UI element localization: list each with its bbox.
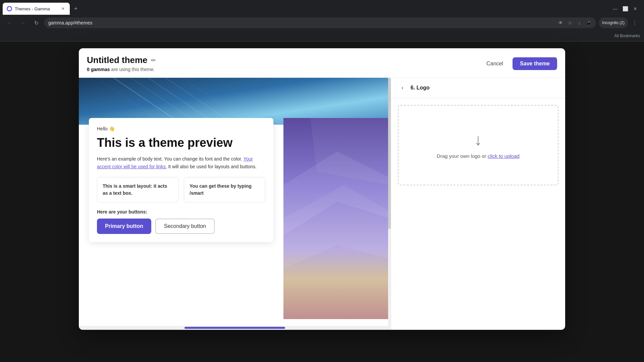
address-icons: 👁 ☆ ↓ 📱 [557, 19, 592, 26]
star-icon[interactable]: ☆ [567, 19, 573, 26]
theme-dialog: Untitled theme ✏ 0 gammas are using this… [79, 48, 565, 330]
back-nav-button[interactable]: ← [4, 17, 15, 28]
preview-panel: Hello 👋 This is a theme preview Here's a… [79, 78, 391, 330]
upload-arrow-icon: ↓ [474, 132, 482, 148]
bookmarks-label: All Bookmarks [614, 34, 640, 38]
logo-upload-area[interactable]: ↓ Drag your own logo or click to upload [398, 105, 558, 185]
browser-chrome: Themes - Gamma ✕ + — ⬜ ✕ ← → ↻ gamma.app… [0, 0, 644, 42]
maximize-button[interactable]: ⬜ [621, 4, 630, 13]
h-scrollbar-thumb [184, 327, 285, 329]
address-bar-row: ← → ↻ gamma.app/#themes 👁 ☆ ↓ 📱 Incognit… [0, 15, 644, 31]
preview-header-image [79, 78, 391, 125]
tab-close-button[interactable]: ✕ [60, 6, 66, 11]
tab-bar: Themes - Gamma ✕ + — ⬜ ✕ [0, 0, 644, 15]
active-tab[interactable]: Themes - Gamma ✕ [3, 3, 70, 15]
tab-favicon [7, 6, 12, 11]
body-text-after: It will also be used for layouts and but… [168, 164, 257, 169]
svg-point-0 [8, 7, 11, 10]
click-to-upload-link[interactable]: click to upload [488, 153, 520, 159]
secondary-button-preview[interactable]: Secondary button [155, 219, 215, 234]
preview-right-image [283, 118, 391, 320]
upload-text-before: Drag your own logo or [437, 153, 488, 159]
address-text: gamma.app/#themes [48, 20, 93, 25]
scrollbar-thumb [388, 78, 391, 229]
tab-title: Themes - Gamma [15, 6, 58, 11]
smart-boxes: This is a smart layout: it acts as a tex… [97, 177, 265, 202]
close-window-button[interactable]: ✕ [631, 4, 640, 13]
dialog-body: Hello 👋 This is a theme preview Here's a… [79, 78, 565, 330]
window-controls: — ⬜ ✕ [606, 4, 644, 13]
bookmarks-bar: All Bookmarks [0, 31, 644, 42]
cancel-button[interactable]: Cancel [481, 58, 508, 69]
dialog-actions: Cancel Save theme [481, 57, 557, 70]
buttons-label: Here are your buttons: [97, 209, 265, 215]
back-button[interactable]: ‹ [398, 83, 407, 93]
dialog-overlay: Untitled theme ✏ 0 gammas are using this… [0, 42, 644, 362]
new-tab-button[interactable]: + [71, 4, 80, 13]
right-panel-content: ↓ Drag your own logo or click to upload [391, 98, 565, 330]
preview-content-card: Hello 👋 This is a theme preview Here's a… [89, 118, 273, 242]
download-icon[interactable]: ↓ [576, 19, 583, 26]
eye-slash-icon: 👁 [557, 19, 564, 26]
toolbar-icons: Incognito (2) ⋮ [599, 17, 640, 28]
preview-buttons: Primary button Secondary button [97, 219, 265, 234]
smart-box-2: You can get these by typing /smart [184, 177, 265, 202]
right-panel: ‹ 6. Logo ↓ Drag your own logo or click … [391, 78, 565, 330]
smart-box-1: This is a smart layout: it acts as a tex… [97, 177, 178, 202]
incognito-profile[interactable]: Incognito (2) [599, 17, 628, 28]
body-text-before: Here's an example of body text. You can … [97, 156, 242, 162]
subtitle-suffix: are using this theme. [110, 67, 155, 72]
preview-body: Here's an example of body text. You can … [97, 155, 265, 170]
preview-title: This is a theme preview [97, 135, 265, 150]
right-panel-header: ‹ 6. Logo [391, 78, 565, 98]
panel-title: 6. Logo [411, 85, 430, 91]
devices-icon[interactable]: 📱 [585, 19, 592, 26]
extensions-icon[interactable]: ⋮ [629, 17, 640, 28]
close-dialog-button[interactable]: ✕ [549, 54, 560, 64]
preview-background: Hello 👋 This is a theme preview Here's a… [79, 78, 391, 330]
minimize-button[interactable]: — [610, 4, 620, 13]
dialog-title: Untitled theme ✏ [87, 55, 156, 65]
gammas-count: 0 gammas [87, 67, 110, 72]
hello-text: Hello 👋 [97, 126, 265, 131]
dialog-title-text: Untitled theme [87, 55, 148, 65]
upload-text: Drag your own logo or click to upload [437, 153, 520, 159]
address-bar[interactable]: gamma.app/#themes 👁 ☆ ↓ 📱 [44, 17, 596, 28]
preview-scrollbar[interactable] [388, 78, 391, 330]
dialog-header: Untitled theme ✏ 0 gammas are using this… [79, 48, 565, 78]
horizontal-scrollbar[interactable] [79, 326, 391, 330]
edit-title-icon[interactable]: ✏ [151, 57, 156, 64]
primary-button-preview[interactable]: Primary button [97, 219, 151, 234]
reload-button[interactable]: ↻ [31, 17, 42, 28]
forward-nav-button[interactable]: → [17, 17, 28, 28]
svg-rect-1 [79, 78, 391, 125]
dialog-title-area: Untitled theme ✏ 0 gammas are using this… [87, 55, 156, 72]
dialog-subtitle: 0 gammas are using this theme. [87, 67, 156, 72]
